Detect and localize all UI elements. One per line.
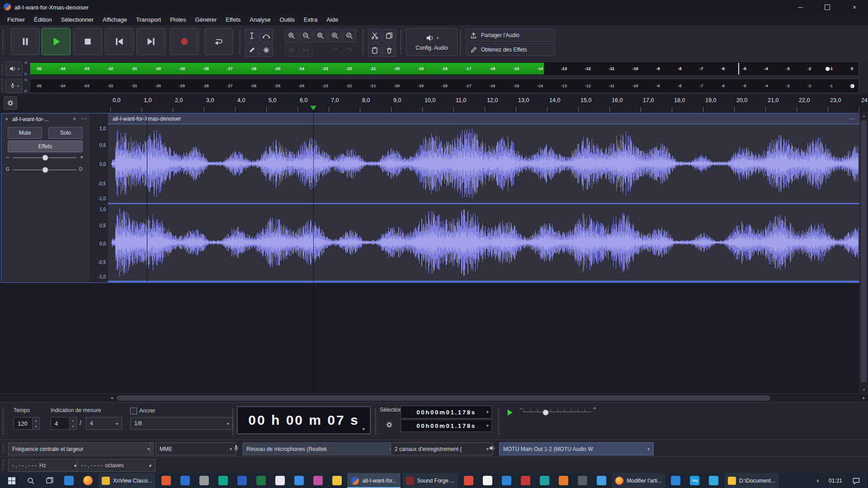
- taskbar-pinned-app[interactable]: [271, 473, 289, 488]
- track-area[interactable]: × all-I-want-for-... ∧ ⋯ Mute Solo Effet…: [0, 112, 868, 393]
- spectral-mode-select[interactable]: Fréquence centrale et largeur▾: [8, 442, 154, 455]
- taskbar-pinned-app[interactable]: [214, 473, 232, 488]
- audio-position-display[interactable]: 00 h 00 m 07 s ▾: [237, 406, 371, 434]
- taskbar-pinned-app[interactable]: [459, 473, 477, 488]
- play-speed-slider[interactable]: [524, 409, 591, 412]
- taskbar-skype[interactable]: Sky: [686, 473, 704, 488]
- selection-grip[interactable]: [374, 408, 377, 435]
- draw-tool-button[interactable]: [245, 43, 259, 57]
- taskbar-search[interactable]: [22, 473, 40, 488]
- gain-slider-thumb[interactable]: [42, 155, 48, 161]
- trim-outside-selection-button[interactable]: [285, 43, 298, 57]
- playback-meter-bar[interactable]: -35-34-33-32-31-30-29-28-27-26-25-24-23-…: [30, 61, 859, 76]
- track-close-icon[interactable]: ×: [5, 116, 8, 122]
- taskbar-pinned-app[interactable]: [176, 473, 194, 488]
- menu-pistes[interactable]: Pistes: [165, 14, 190, 25]
- menu-extra[interactable]: Extra: [299, 14, 322, 25]
- device-grip[interactable]: [149, 442, 152, 455]
- minimize-button[interactable]: [787, 0, 814, 14]
- snap-checkbox[interactable]: [130, 408, 137, 414]
- taskbar-pinned-app[interactable]: [290, 473, 308, 488]
- taskbar-pinned-app[interactable]: [554, 473, 572, 488]
- tempo-input[interactable]: 120 ▲▼: [14, 417, 40, 430]
- audio-setup-button[interactable]: ▾ Config. Audio: [406, 28, 458, 56]
- spectral-selection-grip[interactable]: [2, 459, 5, 471]
- time-signature-spinner[interactable]: ▲▼: [69, 418, 76, 429]
- toolbar-grip[interactable]: [2, 30, 5, 55]
- fit-project-button[interactable]: [328, 29, 342, 42]
- zoom-in-button[interactable]: [285, 29, 298, 42]
- recording-channels-select[interactable]: 2 canaux d'enregistrement (▾: [391, 442, 493, 455]
- taskbar-pinned-app[interactable]: [516, 473, 534, 488]
- playback-device-select[interactable]: MOTU Main Out 1-2 (MOTU Audio W▾: [499, 442, 654, 455]
- taskbar-pinned-app[interactable]: [328, 473, 346, 488]
- scroll-right-icon[interactable]: ▶: [860, 394, 868, 403]
- waveform-channel-left[interactable]: [108, 124, 859, 203]
- time-toolbar-grip[interactable]: [2, 408, 5, 435]
- envelope-tool-button[interactable]: [259, 29, 273, 42]
- menu-outils[interactable]: Outils: [275, 14, 299, 25]
- taskbar-task-view[interactable]: [41, 473, 59, 488]
- taskbar-clock[interactable]: 01:21: [824, 478, 847, 484]
- fit-selection-button[interactable]: [314, 29, 327, 42]
- taskbar-pinned-app[interactable]: [573, 473, 591, 488]
- recording-meter-grip[interactable]: [1, 79, 4, 92]
- menu-affichage[interactable]: Affichage: [98, 14, 132, 25]
- skip-to-end-button[interactable]: [137, 28, 165, 55]
- paste-button[interactable]: [368, 43, 382, 57]
- taskbar-pinned-app[interactable]: [535, 473, 553, 488]
- taskbar-pinned-app[interactable]: [497, 473, 515, 488]
- selection-start-field[interactable]: 00h00m01.178s ▾: [401, 406, 492, 418]
- clip-menu-icon[interactable]: ⋯: [849, 116, 855, 122]
- playback-meter-button[interactable]: ▾: [5, 61, 23, 76]
- recording-device-select[interactable]: Réseau de microphones (Realtek▾: [242, 442, 396, 455]
- track-name[interactable]: all-I-want-for-...: [12, 116, 49, 122]
- taskbar-app-audacity[interactable]: all-I-want-for...: [347, 473, 401, 488]
- taskbar-pinned-app[interactable]: [592, 473, 610, 488]
- taskbar-pinned-app[interactable]: [705, 473, 723, 488]
- time-signature-lower-select[interactable]: 4▾: [86, 417, 122, 430]
- clip-header[interactable]: all-I-want-for-Xmas-denoiser ⋯: [108, 113, 859, 124]
- play-speed-slider-thumb[interactable]: [542, 409, 549, 416]
- get-effects-button[interactable]: Obtenez des Effets: [466, 43, 555, 56]
- snap-value-select[interactable]: 1/8▾: [130, 417, 233, 430]
- tools-grip[interactable]: [239, 30, 242, 55]
- menu-transport[interactable]: Transport: [132, 14, 165, 25]
- delete-button[interactable]: [382, 43, 396, 57]
- share-grip[interactable]: [459, 30, 462, 55]
- taskbar-pinned-app[interactable]: [60, 473, 78, 488]
- taskbar-pinned-app[interactable]: [195, 473, 213, 488]
- audio-setup-grip[interactable]: [400, 30, 403, 55]
- taskbar-pinned-app[interactable]: [157, 473, 175, 488]
- taskbar-firefox[interactable]: [79, 473, 97, 488]
- taskbar-pinned-app[interactable]: [252, 473, 270, 488]
- pause-button[interactable]: [11, 28, 40, 55]
- vertical-scrollbar[interactable]: ▲ ▼: [859, 112, 868, 393]
- zoom-out-button[interactable]: [299, 29, 313, 42]
- horizontal-scrollbar-thumb[interactable]: [117, 395, 770, 401]
- chevron-down-icon[interactable]: ▾: [486, 423, 490, 428]
- copy-button[interactable]: [382, 29, 396, 42]
- pan-slider-thumb[interactable]: [42, 167, 48, 173]
- notifications-icon[interactable]: [847, 473, 865, 488]
- tray-chevron-icon[interactable]: ∧: [812, 478, 824, 483]
- taskbar-pinned-app[interactable]: [233, 473, 251, 488]
- selection-options-button[interactable]: [385, 421, 393, 430]
- menu-selectionner[interactable]: Sélectionner: [57, 14, 98, 25]
- edit-grip[interactable]: [362, 30, 365, 55]
- selection-tool-button[interactable]: [245, 29, 259, 42]
- bandwidth-select[interactable]: - - , - - - -octaves▾: [77, 459, 156, 472]
- waveform-region[interactable]: all-I-want-for-Xmas-denoiser ⋯: [108, 113, 859, 282]
- scroll-left-icon[interactable]: ◀: [108, 394, 116, 403]
- horizontal-scrollbar[interactable]: ◀ ▶: [0, 393, 868, 403]
- skip-to-start-button[interactable]: [105, 28, 134, 55]
- close-button[interactable]: ×: [841, 0, 868, 14]
- taskbar-app-firefox-article[interactable]: Modifier l'arti...: [611, 473, 666, 488]
- audio-host-select[interactable]: MME▾: [156, 442, 236, 455]
- play-at-speed-button[interactable]: [503, 407, 516, 418]
- waveform-channel-right[interactable]: [108, 204, 859, 281]
- multi-tool-button[interactable]: [259, 43, 273, 57]
- scroll-up-icon[interactable]: ▲: [860, 112, 868, 119]
- track-collapse-icon[interactable]: ∧: [73, 116, 76, 121]
- chevron-down-icon[interactable]: ▾: [486, 410, 490, 414]
